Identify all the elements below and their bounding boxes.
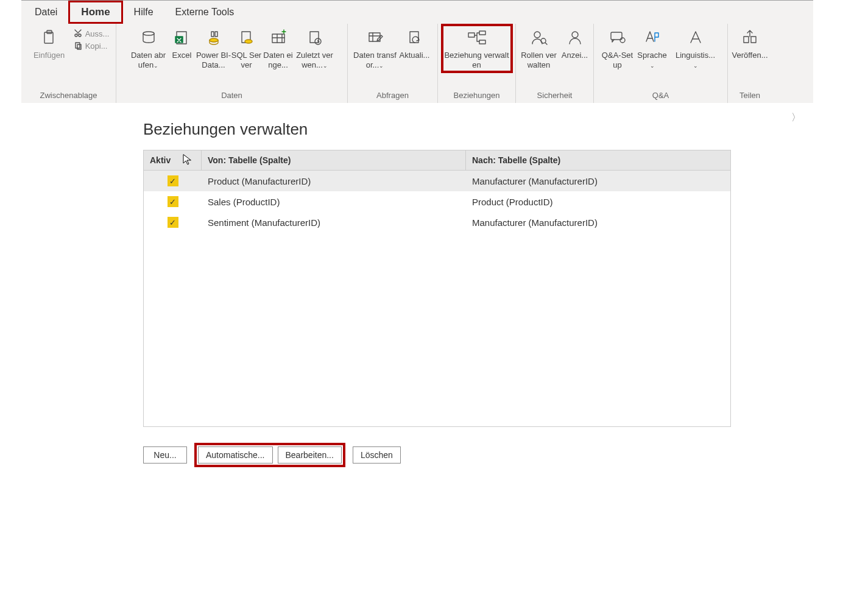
copy-button[interactable]: Kopi... bbox=[73, 41, 110, 51]
svg-point-2 bbox=[75, 34, 77, 37]
active-checkbox[interactable]: ✓ bbox=[144, 196, 202, 207]
get-data-button[interactable]: Daten abrufen⌄ bbox=[129, 26, 168, 71]
col-from[interactable]: Von: Tabelle (Spalte) bbox=[202, 150, 466, 170]
group-label-qa: Q&A bbox=[594, 89, 727, 103]
from-cell: Product (ManufacturerID) bbox=[202, 176, 466, 186]
enter-data-button[interactable]: Daten einge... bbox=[262, 26, 295, 71]
publish-icon bbox=[739, 27, 760, 48]
svg-point-24 bbox=[572, 32, 578, 38]
clipboard-icon bbox=[39, 27, 60, 48]
to-cell: Product (ProductID) bbox=[466, 197, 730, 207]
group-qa: Q&A-Setup Sprache⌄ Linguistis...⌄ Q&A bbox=[594, 24, 728, 103]
table-header: Aktiv Von: Tabelle (Spalte) Nach: Tabell… bbox=[144, 150, 730, 171]
tab-home[interactable]: Home bbox=[68, 1, 122, 24]
group-clipboard: Einfügen Auss... Kopi... bbox=[21, 24, 116, 103]
svg-rect-14 bbox=[272, 34, 284, 43]
svg-rect-10 bbox=[211, 32, 214, 37]
group-label-share: Teilen bbox=[728, 89, 772, 103]
language-button[interactable]: Sprache⌄ bbox=[633, 26, 671, 71]
manage-roles-button[interactable]: Rollen verwalten bbox=[519, 26, 559, 71]
svg-rect-28 bbox=[751, 37, 756, 43]
svg-point-13 bbox=[245, 40, 252, 43]
ribbon-body: Einfügen Auss... Kopi... bbox=[21, 24, 813, 103]
chat-gear-icon bbox=[607, 27, 628, 48]
svg-rect-21 bbox=[479, 40, 485, 44]
active-checkbox[interactable]: ✓ bbox=[144, 175, 202, 186]
paste-button[interactable]: Einfügen bbox=[28, 26, 71, 60]
to-cell: Manufacturer (ManufacturerID) bbox=[466, 217, 730, 228]
group-data: Daten abrufen⌄ Excel Power BI-Data... bbox=[116, 24, 348, 103]
svg-rect-15 bbox=[310, 32, 319, 43]
auto-detect-button[interactable]: Automatische... bbox=[198, 446, 273, 464]
refresh-button[interactable]: Aktuali... bbox=[397, 26, 432, 60]
new-button[interactable]: Neu... bbox=[143, 446, 187, 464]
table-row[interactable]: ✓Sentiment (ManufacturerID)Manufacturer … bbox=[144, 212, 730, 233]
svg-rect-0 bbox=[44, 32, 53, 43]
from-cell: Sentiment (ManufacturerID) bbox=[202, 217, 466, 228]
group-queries: Daten transfor...⌄ Aktuali... Abfragen bbox=[348, 24, 438, 103]
group-security: Rollen verwalten Anzei... Sicherheit bbox=[516, 24, 594, 103]
table-body: ✓Product (ManufacturerID)Manufacturer (M… bbox=[144, 171, 730, 426]
svg-point-26 bbox=[620, 38, 625, 43]
col-active[interactable]: Aktiv bbox=[144, 150, 202, 170]
dialog-area: 〉 Beziehungen verwalten Aktiv Von: Tabel… bbox=[21, 103, 813, 467]
active-checkbox[interactable]: ✓ bbox=[144, 217, 202, 228]
powerbi-dataset-icon bbox=[203, 27, 224, 48]
tab-datei[interactable]: Datei bbox=[24, 3, 68, 21]
language-icon bbox=[642, 27, 663, 48]
edit-button[interactable]: Bearbeiten... bbox=[278, 446, 342, 464]
file-refresh-icon bbox=[404, 27, 425, 48]
user-search-icon bbox=[529, 27, 549, 48]
svg-rect-27 bbox=[744, 37, 749, 43]
excel-button[interactable]: Excel bbox=[168, 26, 196, 60]
group-relationships: Beziehung verwalten Beziehungen bbox=[438, 24, 516, 103]
from-cell: Sales (ProductID) bbox=[202, 197, 466, 207]
letter-a-icon bbox=[685, 27, 706, 48]
qa-setup-button[interactable]: Q&A-Setup bbox=[602, 26, 633, 71]
svg-rect-8 bbox=[175, 37, 183, 43]
svg-point-6 bbox=[143, 32, 154, 35]
group-label-clipboard: Zwischenablage bbox=[21, 89, 116, 103]
sql-server-icon bbox=[236, 27, 257, 48]
delete-button[interactable]: Löschen bbox=[353, 446, 401, 464]
view-as-button[interactable]: Anzei... bbox=[559, 26, 591, 60]
group-share: Veröffen... Teilen bbox=[728, 24, 772, 103]
svg-point-22 bbox=[534, 32, 540, 38]
scissors-icon bbox=[73, 29, 83, 38]
ribbon: Datei Home Hilfe Externe Tools Einfügen bbox=[21, 0, 813, 103]
tab-hilfe[interactable]: Hilfe bbox=[123, 3, 164, 21]
svg-rect-5 bbox=[77, 44, 81, 49]
group-label-security: Sicherheit bbox=[516, 89, 593, 103]
database-arrow-icon bbox=[138, 27, 159, 48]
collapse-ribbon-button[interactable]: 〉 bbox=[791, 111, 801, 124]
cut-button[interactable]: Auss... bbox=[73, 29, 110, 38]
excel-icon bbox=[172, 27, 192, 48]
svg-point-9 bbox=[210, 38, 218, 42]
relationships-icon bbox=[467, 27, 487, 48]
powerbi-button[interactable]: Power BI-Data... bbox=[196, 26, 231, 71]
group-label-data: Daten bbox=[116, 89, 347, 103]
recent-button[interactable]: Zuletzt verwen...⌄ bbox=[295, 26, 335, 71]
svg-point-3 bbox=[79, 34, 81, 37]
user-icon bbox=[565, 27, 585, 48]
svg-rect-19 bbox=[468, 33, 475, 37]
table-plus-icon bbox=[268, 27, 289, 48]
highlighted-button-group: Automatische... Bearbeiten... bbox=[194, 443, 345, 467]
file-clock-icon bbox=[305, 27, 325, 48]
group-label-queries: Abfragen bbox=[348, 89, 437, 103]
sql-button[interactable]: SQL Server bbox=[231, 26, 262, 71]
tab-externe-tools[interactable]: Externe Tools bbox=[164, 3, 245, 21]
copy-icon bbox=[73, 41, 83, 51]
table-edit-icon bbox=[365, 27, 386, 48]
svg-rect-20 bbox=[479, 31, 485, 35]
table-row[interactable]: ✓Product (ManufacturerID)Manufacturer (M… bbox=[144, 171, 730, 191]
manage-relationships-button[interactable]: Beziehung verwalten bbox=[441, 24, 513, 73]
to-cell: Manufacturer (ManufacturerID) bbox=[466, 176, 730, 186]
table-row[interactable]: ✓Sales (ProductID)Product (ProductID) bbox=[144, 191, 730, 212]
dialog-title: Beziehungen verwalten bbox=[21, 103, 813, 150]
transform-button[interactable]: Daten transfor...⌄ bbox=[353, 26, 397, 71]
publish-button[interactable]: Veröffen... bbox=[730, 26, 769, 60]
svg-rect-11 bbox=[215, 32, 217, 37]
linguistics-button[interactable]: Linguistis...⌄ bbox=[671, 26, 720, 71]
col-to[interactable]: Nach: Tabelle (Spalte) bbox=[466, 150, 730, 170]
